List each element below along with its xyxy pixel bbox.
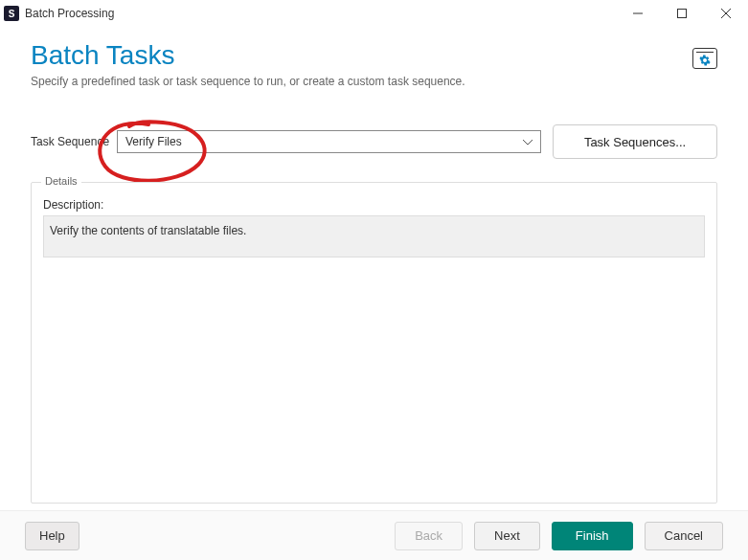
task-sequences-button[interactable]: Task Sequences... — [553, 124, 717, 159]
minimize-button[interactable] — [616, 0, 660, 27]
details-legend: Details — [41, 175, 81, 187]
page-title: Batch Tasks — [31, 40, 465, 71]
cancel-button[interactable]: Cancel — [645, 522, 723, 550]
gear-icon — [699, 55, 711, 66]
description-label: Description: — [43, 198, 705, 212]
task-sequence-selected: Verify Files — [125, 135, 182, 148]
task-sequence-select[interactable]: Verify Files — [117, 130, 541, 153]
footer: Help Back Next Finish Cancel — [0, 510, 748, 560]
details-group: Details Description: Verify the contents… — [31, 182, 717, 504]
chevron-down-icon — [523, 135, 533, 148]
task-sequence-label: Task Sequence — [31, 135, 117, 148]
svg-rect-1 — [678, 10, 687, 18]
back-button: Back — [395, 522, 463, 550]
settings-button[interactable] — [692, 48, 717, 69]
description-text: Verify the contents of translatable file… — [43, 215, 705, 258]
window-title: Batch Processing — [25, 7, 616, 20]
app-icon: S — [4, 6, 19, 21]
close-button[interactable] — [704, 0, 748, 27]
maximize-button[interactable] — [660, 0, 704, 27]
help-button[interactable]: Help — [25, 522, 79, 550]
titlebar: S Batch Processing — [0, 0, 748, 27]
page-subtitle: Specify a predefined task or task sequen… — [31, 75, 465, 88]
next-button[interactable]: Next — [474, 522, 540, 550]
finish-button[interactable]: Finish — [552, 522, 633, 550]
